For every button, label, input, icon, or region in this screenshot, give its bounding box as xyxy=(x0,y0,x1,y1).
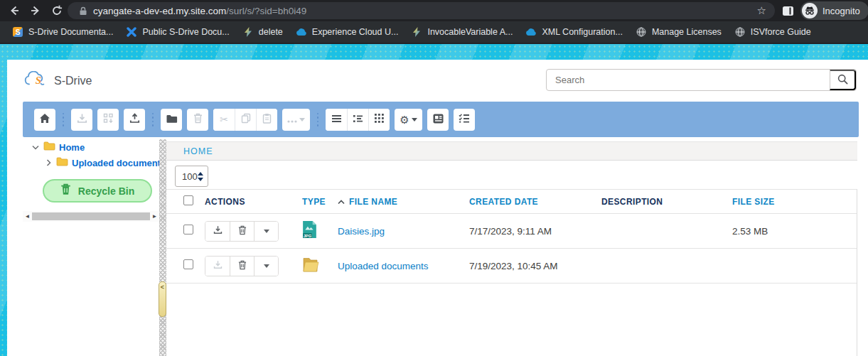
new-folder-button[interactable] xyxy=(161,109,182,131)
preview-pane-button[interactable] xyxy=(427,109,449,131)
page-size-stepper[interactable]: 100 xyxy=(175,166,208,187)
upload-button[interactable] xyxy=(124,109,145,131)
table-row: JPG Daisies.jpg 7/17/2023, 9:11 AM 2.53 … xyxy=(166,214,857,249)
toolbar-separator xyxy=(151,113,154,126)
chevron-down-icon xyxy=(299,118,305,122)
row-checkbox[interactable] xyxy=(183,259,193,269)
blue-x-icon xyxy=(126,26,137,38)
select-all-checkbox[interactable] xyxy=(183,195,193,205)
row-checkbox[interactable] xyxy=(183,225,193,234)
checklist-icon xyxy=(459,114,470,125)
scroll-right-icon[interactable]: ► xyxy=(150,213,159,220)
more-actions-button[interactable] xyxy=(282,109,310,131)
panel-splitter[interactable]: < xyxy=(159,139,166,356)
page-title: S-Drive xyxy=(54,75,92,87)
toolbar-separator xyxy=(316,113,319,126)
preview-pane-icon xyxy=(433,114,444,126)
bookmark-public-sdrive-docs[interactable]: Public S-Drive Docu... xyxy=(119,23,235,41)
home-button[interactable] xyxy=(34,109,55,131)
sort-order-button[interactable] xyxy=(97,109,119,131)
address-bar[interactable]: cyangate-a-dev-ed.my.site.com/surl/s/?si… xyxy=(68,2,775,19)
breadcrumb-bar: HOME xyxy=(166,141,857,161)
incognito-icon xyxy=(802,3,818,18)
chevron-down-icon[interactable] xyxy=(31,145,40,150)
row-more-button[interactable] xyxy=(254,257,278,276)
back-icon[interactable] xyxy=(7,4,21,18)
paste-button[interactable] xyxy=(256,109,277,131)
search-input[interactable] xyxy=(547,70,830,90)
created-date-cell: 7/19/2023, 10:45 AM xyxy=(469,261,601,271)
bookmark-star-icon[interactable]: ☆ xyxy=(757,4,766,17)
splitter-collapse-handle[interactable]: < xyxy=(159,281,166,317)
forward-icon[interactable] xyxy=(28,4,43,18)
download-button[interactable] xyxy=(71,109,92,131)
tree-item-uploaded-documents[interactable]: Uploaded documents xyxy=(23,155,159,171)
scissors-icon: ✂ xyxy=(220,114,228,125)
settings-button[interactable]: ⚙ xyxy=(395,109,422,131)
row-action-group xyxy=(205,221,279,242)
folder-icon xyxy=(166,114,178,126)
chevron-right-icon[interactable] xyxy=(44,159,53,166)
row-download-button[interactable] xyxy=(205,222,230,241)
list-view-button[interactable] xyxy=(326,109,347,131)
row-download-button[interactable] xyxy=(205,257,230,276)
browser-toolbar: cyangate-a-dev-ed.my.site.com/surl/s/?si… xyxy=(0,0,868,21)
chevron-down-icon xyxy=(412,118,417,122)
copy-button[interactable] xyxy=(235,109,256,131)
chevron-down-icon xyxy=(264,230,269,233)
panel-body: Home Uploaded documents Recycle Bin ◄ ► xyxy=(7,139,868,356)
delete-button[interactable] xyxy=(187,109,208,131)
side-panel-icon[interactable] xyxy=(782,5,794,20)
lightning-icon xyxy=(242,26,254,38)
detail-view-button[interactable] xyxy=(347,109,368,131)
column-header-file-size[interactable]: FILE SIZE xyxy=(732,197,857,207)
bookmark-isvforce-guide[interactable]: ISVforce Guide xyxy=(728,23,818,41)
column-header-created-date[interactable]: CREATED DATE xyxy=(469,197,601,207)
cut-button[interactable]: ✂ xyxy=(213,109,235,131)
scroll-left-icon[interactable]: ◄ xyxy=(23,213,32,220)
folder-icon xyxy=(56,156,68,169)
tree-horizontal-scrollbar[interactable]: ◄ ► xyxy=(23,211,159,222)
row-more-button[interactable] xyxy=(254,222,278,241)
trash-icon xyxy=(238,260,247,272)
stepper-up-icon[interactable] xyxy=(198,172,203,176)
grid-view-button[interactable] xyxy=(368,109,390,131)
breadcrumb[interactable]: HOME xyxy=(183,146,213,156)
bookmark-invocablevariable[interactable]: InvocableVariable A... xyxy=(404,23,519,41)
file-name-link[interactable]: Uploaded documents xyxy=(338,261,429,271)
trash-icon xyxy=(60,183,71,198)
bookmark-delete[interactable]: delete xyxy=(236,23,289,41)
bookmark-experience-cloud[interactable]: Experience Cloud U... xyxy=(289,23,405,41)
row-action-group xyxy=(205,256,279,276)
app-header: S S-Drive xyxy=(7,60,868,102)
column-header-type[interactable]: TYPE xyxy=(302,197,338,207)
page-size-value[interactable]: 100 xyxy=(176,171,198,182)
row-delete-button[interactable] xyxy=(230,222,254,241)
bookmark-xml-configuration[interactable]: XML Configuration... xyxy=(519,23,628,41)
row-delete-button[interactable] xyxy=(230,257,254,276)
list-view-icon xyxy=(331,114,342,125)
chevron-left-icon: < xyxy=(161,282,164,316)
stepper-arrows xyxy=(198,172,203,181)
multiselect-button[interactable] xyxy=(454,109,475,131)
tree-item-home[interactable]: Home xyxy=(23,139,159,155)
trash-icon xyxy=(238,225,247,237)
chevron-down-icon xyxy=(264,264,269,268)
download-icon xyxy=(213,225,223,237)
page-background: S S-Drive xyxy=(0,44,868,356)
toolbar-separator xyxy=(62,113,65,126)
search-button[interactable] xyxy=(830,70,856,90)
sdrive-logo-icon: S xyxy=(23,71,47,90)
file-name-link[interactable]: Daisies.jpg xyxy=(338,226,385,237)
bookmark-manage-licenses[interactable]: Manage Licenses xyxy=(629,23,728,41)
svg-text:S: S xyxy=(36,75,41,86)
bookmark-sdrive-documentation[interactable]: S S-Drive Documenta... xyxy=(6,23,119,41)
scrollbar-thumb[interactable] xyxy=(32,212,150,220)
refresh-icon[interactable] xyxy=(50,4,64,18)
incognito-label: Incognito xyxy=(823,6,860,16)
sdrive-toolbar: ✂ xyxy=(23,102,859,137)
recycle-bin-button[interactable]: Recycle Bin xyxy=(43,179,152,203)
stepper-down-icon[interactable] xyxy=(198,178,203,181)
sort-ascending-icon xyxy=(338,197,345,207)
column-header-file-name[interactable]: FILE NAME xyxy=(338,197,469,207)
